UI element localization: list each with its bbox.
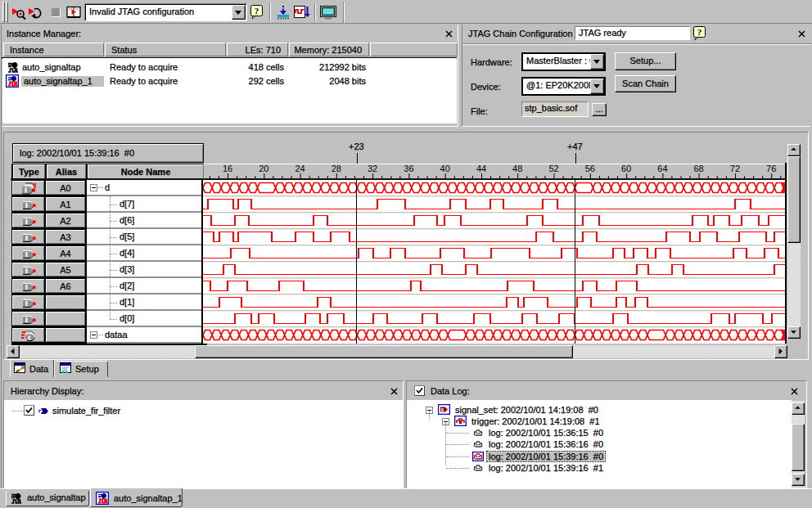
svg-text:68: 68 — [693, 164, 703, 173]
svg-text:64: 64 — [657, 164, 667, 173]
svg-text:44: 44 — [476, 164, 486, 173]
svg-text:36: 36 — [404, 164, 413, 173]
svg-text:60: 60 — [621, 164, 631, 173]
svg-text:40: 40 — [440, 164, 450, 173]
svg-text:48: 48 — [512, 164, 522, 173]
svg-text:24: 24 — [295, 164, 304, 173]
svg-text:56: 56 — [585, 164, 595, 173]
svg-text:32: 32 — [368, 164, 377, 173]
svg-text:28: 28 — [332, 164, 341, 173]
svg-text:76: 76 — [766, 164, 776, 173]
svg-text:?: ? — [255, 6, 259, 16]
svg-text:72: 72 — [730, 164, 740, 173]
svg-text:20: 20 — [259, 164, 268, 173]
svg-text:52: 52 — [548, 164, 558, 173]
svg-text:16: 16 — [223, 164, 232, 173]
svg-text:s: s — [441, 407, 444, 412]
svg-text:?: ? — [697, 27, 702, 37]
